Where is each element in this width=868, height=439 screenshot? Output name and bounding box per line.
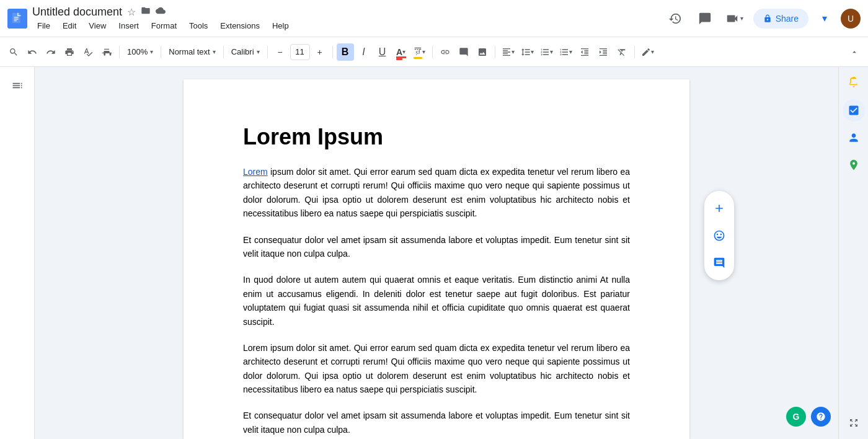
doc-title-text[interactable]: Untitled document <box>32 6 122 19</box>
helper-button[interactable] <box>811 407 831 427</box>
zoom-label: 100% <box>127 47 148 56</box>
highlight-color-button[interactable]: ▾ <box>411 43 428 61</box>
doc-icon <box>7 9 27 29</box>
expand-panel-button[interactable] <box>843 412 865 434</box>
menu-bar: File Edit View Insert Format Tools Exten… <box>32 20 659 32</box>
font-size-input[interactable]: 11 <box>290 44 310 60</box>
menu-file[interactable]: File <box>32 20 55 32</box>
menu-tools[interactable]: Tools <box>184 20 213 32</box>
chat-button[interactable] <box>694 7 716 30</box>
document-title: Lorem Ipsum <box>243 124 630 150</box>
user-avatar[interactable]: U <box>841 9 861 29</box>
separator-8 <box>634 46 635 58</box>
zoom-arrow: ▾ <box>150 48 153 55</box>
contacts-button[interactable] <box>843 126 865 149</box>
bottom-right-helpers: G <box>786 407 831 427</box>
collapse-toolbar-button[interactable] <box>846 43 863 61</box>
link-word[interactable]: Lorem <box>243 167 268 177</box>
image-button[interactable] <box>474 43 491 61</box>
ordered-list-button[interactable]: ▾ <box>557 43 575 61</box>
float-add-button[interactable] <box>707 196 732 221</box>
main-area: Lorem Ipsum Lorem ipsum dolor sit amet. … <box>0 67 868 439</box>
text-color-button[interactable]: A ▾ <box>392 43 410 61</box>
right-panel <box>838 67 868 439</box>
font-label: Calibri <box>231 47 254 56</box>
menu-format[interactable]: Format <box>146 20 182 32</box>
text-color-icon: A <box>396 47 402 58</box>
menu-edit[interactable]: Edit <box>58 20 81 32</box>
paragraph-2: Et consequatur dolor vel amet ipsam sit … <box>243 233 630 261</box>
video-button[interactable]: ▾ <box>724 7 746 30</box>
search-button[interactable] <box>5 43 22 61</box>
menu-help[interactable]: Help <box>267 20 294 32</box>
bold-button[interactable]: B <box>337 43 354 61</box>
title-bar: Untitled document ☆ File Edit View Inser… <box>0 0 868 37</box>
star-icon[interactable]: ☆ <box>127 6 136 18</box>
menu-insert[interactable]: Insert <box>113 20 144 32</box>
float-comment-button[interactable] <box>707 251 732 275</box>
svg-rect-4 <box>14 20 17 20</box>
menu-view[interactable]: View <box>84 20 111 32</box>
font-select[interactable]: Calibri ▾ <box>228 43 264 61</box>
float-emoji-button[interactable] <box>707 223 732 248</box>
paint-format-button[interactable] <box>98 43 115 61</box>
font-size-decrease[interactable]: − <box>272 43 289 61</box>
left-sidebar <box>0 67 35 439</box>
separator-1 <box>119 46 120 58</box>
separator-4 <box>267 46 268 58</box>
highlight-icon <box>414 47 422 58</box>
spellcheck-button[interactable] <box>79 43 97 61</box>
grammarly-button[interactable]: G <box>786 407 806 427</box>
svg-rect-3 <box>14 19 19 19</box>
keep-button[interactable] <box>843 72 865 94</box>
align-button[interactable]: ▾ <box>499 43 517 61</box>
indent-increase-button[interactable] <box>595 43 612 61</box>
style-arrow: ▾ <box>213 48 216 55</box>
checklist-button[interactable]: ▾ <box>538 43 556 61</box>
line-spacing-button[interactable]: ▾ <box>518 43 536 61</box>
folder-icon[interactable] <box>141 6 151 18</box>
redo-button[interactable] <box>42 43 60 61</box>
document-area[interactable]: Lorem Ipsum Lorem ipsum dolor sit amet. … <box>35 67 838 439</box>
font-size-increase[interactable]: + <box>311 43 329 61</box>
title-right: ▾ Share ▾ U <box>664 7 861 30</box>
outline-toggle[interactable] <box>6 74 29 97</box>
share-button[interactable]: Share <box>753 9 808 29</box>
style-select[interactable]: Normal text ▾ <box>165 43 219 61</box>
tasks-button[interactable] <box>843 99 865 122</box>
zoom-select[interactable]: 100% ▾ <box>123 43 157 61</box>
maps-button[interactable] <box>843 154 865 176</box>
separator-6 <box>432 46 433 58</box>
toolbar: 100% ▾ Normal text ▾ Calibri ▾ − 11 + B … <box>0 37 868 67</box>
separator-5 <box>332 46 333 58</box>
share-label: Share <box>776 14 799 24</box>
doc-title-row: Untitled document ☆ <box>32 6 659 19</box>
link-button[interactable] <box>436 43 454 61</box>
indent-decrease-button[interactable] <box>576 43 593 61</box>
paragraph-1: Lorem ipsum dolor sit amet. Qui error ea… <box>243 165 630 221</box>
share-dropdown[interactable]: ▾ <box>816 7 833 30</box>
clear-format-button[interactable] <box>613 43 631 61</box>
float-action-bar <box>704 191 734 280</box>
italic-icon: I <box>362 47 365 58</box>
paragraph-1-text: ipsum dolor sit amet. Qui error earum se… <box>243 167 630 218</box>
undo-button[interactable] <box>24 43 41 61</box>
svg-rect-1 <box>12 12 20 23</box>
paragraph-5: Et consequatur dolor vel amet ipsam sit … <box>243 409 630 437</box>
separator-2 <box>161 46 161 58</box>
svg-rect-2 <box>14 17 19 17</box>
history-button[interactable] <box>664 7 686 30</box>
print-button[interactable] <box>61 43 78 61</box>
paragraph-3: In quod dolore ut autem autem qui quaera… <box>243 273 630 329</box>
comment-button[interactable] <box>455 43 472 61</box>
underline-icon: U <box>379 47 386 58</box>
paragraph-4: Lorem ipsum dolor sit amet. Qui error ea… <box>243 341 630 397</box>
cloud-icon[interactable] <box>156 6 166 18</box>
underline-button[interactable]: U <box>374 43 391 61</box>
pen-button[interactable]: ▾ <box>639 43 657 61</box>
italic-button[interactable]: I <box>355 43 373 61</box>
document-page: Lorem Ipsum Lorem ipsum dolor sit amet. … <box>184 79 689 439</box>
menu-extensions[interactable]: Extensions <box>215 20 265 32</box>
title-area: Untitled document ☆ File Edit View Inser… <box>32 6 659 32</box>
bold-icon: B <box>342 47 349 58</box>
